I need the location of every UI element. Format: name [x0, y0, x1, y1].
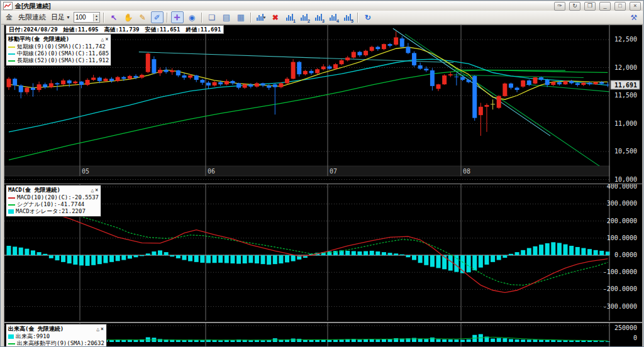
- legend-swatch: [8, 204, 15, 206]
- svg-text:300.0000: 300.0000: [607, 200, 637, 207]
- legend-item: 出来高:9910: [8, 333, 104, 340]
- pan-hand-button[interactable]: ✋: [122, 11, 135, 23]
- navigate-button[interactable]: ◉: [186, 11, 198, 23]
- legend-item: シグナル(10):-41.7744: [8, 201, 99, 208]
- legend-item: MACDオシレータ:21.2207: [8, 208, 99, 215]
- legend-minimize-icon[interactable]: △: [96, 326, 100, 332]
- grid-dense-icon: ▦: [237, 13, 245, 22]
- settings-wrench-button[interactable]: ⚒: [628, 11, 640, 23]
- svg-text:-100.0000: -100.0000: [603, 268, 637, 275]
- chevron-down-icon: ▾: [264, 15, 266, 20]
- contract-label: 先限連続: [16, 13, 48, 22]
- svg-text:06: 06: [208, 168, 215, 175]
- legend-swatch: [8, 60, 15, 62]
- window-title: 金[先限連続]: [15, 2, 51, 11]
- grid-icon: ▤: [223, 13, 230, 22]
- indicator-slot-4-button[interactable]: 4: [327, 11, 340, 23]
- volume-legend-title: 出来高(金 先限連続): [8, 325, 96, 333]
- legend-label: シグナル(10):-41.7744: [17, 201, 84, 208]
- legend-swatch: [8, 47, 15, 48]
- toolbar-separator: [103, 13, 104, 23]
- legend-label: 出来高移動平均(9)(SMA):20632: [17, 340, 104, 347]
- info-date: 日付:2024/08/29: [9, 26, 58, 34]
- indicator-slot-5-button[interactable]: 5: [341, 11, 354, 23]
- svg-text:08: 08: [463, 168, 470, 175]
- legend-label: 長期線(52)(0)(SMA)(C):11,912: [17, 57, 109, 64]
- info-close: 終値:11,691: [186, 26, 221, 34]
- bar-chart-icon: [301, 14, 308, 21]
- refresh-data-button[interactable]: ↻: [362, 11, 374, 23]
- legend-close-icon[interactable]: ×: [94, 187, 99, 193]
- legend-swatch: [8, 197, 15, 199]
- pencil-draw-button[interactable]: ✎: [136, 11, 149, 23]
- bar-chart-icon: [344, 14, 351, 21]
- legend-item: 長期線(52)(0)(SMA)(C):11,912: [8, 57, 109, 64]
- grid-lines-button[interactable]: ▤: [220, 11, 233, 23]
- legend-minimize-icon[interactable]: △: [90, 187, 94, 193]
- app-icon: [3, 2, 13, 10]
- remove-indicator-button[interactable]: ✖: [269, 11, 282, 23]
- new-window-icon: ❏: [209, 13, 216, 22]
- wrench-icon: ⚒: [631, 13, 638, 22]
- bar-chart-icon: [257, 14, 264, 21]
- svg-text:0.0000: 0.0000: [614, 251, 637, 258]
- legend-close-icon[interactable]: ×: [100, 326, 104, 332]
- svg-text:400.0000: 400.0000: [607, 184, 637, 190]
- macd-legend-title: MACD(金 先限連続): [8, 186, 90, 194]
- ma-legend-title: 移動平均(金 先限連続): [8, 35, 101, 43]
- indicator-slot-3-button[interactable]: 3: [313, 11, 325, 23]
- delete-x-icon: ✖: [272, 13, 279, 22]
- line-draw-button[interactable]: ✐: [151, 11, 164, 23]
- circle-icon: ◉: [189, 13, 195, 22]
- bar-chart-icon: [286, 14, 293, 21]
- line-draw-icon: ✐: [154, 13, 160, 22]
- bar-count-value: 100: [74, 14, 93, 21]
- select-cursor-button[interactable]: ↖: [108, 11, 120, 23]
- legend-swatch: [8, 343, 15, 344]
- legend-close-icon[interactable]: ×: [104, 36, 109, 42]
- chevron-down-icon: ▼: [66, 15, 70, 19]
- legend-label: 短期線(9)(0)(SMA)(C):11,742: [17, 43, 106, 50]
- duplicate-window-button[interactable]: ❐: [584, 2, 596, 11]
- svg-text:05: 05: [82, 168, 89, 175]
- crosshair-button[interactable]: ✛: [171, 11, 184, 23]
- svg-text:-200.0000: -200.0000: [603, 285, 637, 292]
- titlebar[interactable]: 金[先限連続] ✑ ↻ ❐ _ □ ×: [1, 1, 643, 11]
- cursor-icon: ↖: [111, 13, 117, 22]
- grid-dense-button[interactable]: ▦: [235, 11, 247, 23]
- legend-swatch: [8, 334, 14, 339]
- reload-button[interactable]: ↻: [569, 2, 580, 11]
- toolbar-separator: [357, 13, 358, 23]
- hand-icon: ✋: [123, 13, 133, 22]
- info-open: 始値:11,695: [64, 26, 99, 34]
- indicator-menu-button[interactable]: ▾: [255, 11, 267, 23]
- pin-button[interactable]: ✑: [554, 2, 565, 11]
- svg-text:0: 0: [633, 334, 637, 341]
- legend-minimize-icon[interactable]: △: [101, 36, 105, 42]
- bar-count-spinner[interactable]: 100 ▲ ▼: [74, 12, 100, 23]
- indicator-slot-1-button[interactable]: 1: [284, 11, 296, 23]
- indicator-slot-2-button[interactable]: 2: [298, 11, 311, 23]
- volume-legend-box[interactable]: 出来高(金 先限連続) △ × 出来高:9910出来高移動平均(9)(SMA):…: [6, 324, 107, 347]
- svg-text:10,500: 10,500: [614, 148, 637, 155]
- timeframe-dropdown[interactable]: 日足 ▼: [50, 13, 72, 22]
- legend-swatch: [8, 209, 14, 214]
- bar-chart-icon: [330, 14, 336, 21]
- info-high: 高値:11,739: [104, 26, 140, 34]
- legend-label: 中期線(26)(0)(SMA)(C):11,685: [17, 50, 109, 57]
- svg-text:12,500: 12,500: [614, 36, 637, 43]
- toolbar-separator: [167, 13, 168, 23]
- info-low: 安値:11,651: [145, 26, 180, 34]
- macd-legend-box[interactable]: MACD(金 先限連続) △ × MACD(10)(20)(C):-20.553…: [6, 185, 101, 217]
- ma-legend-box[interactable]: 移動平均(金 先限連続) △ × 短期線(9)(0)(SMA)(C):11,74…: [6, 34, 111, 66]
- new-chart-button[interactable]: ❏: [206, 11, 218, 23]
- legend-swatch: [8, 53, 15, 55]
- toolbar: 金 先限連続 日足 ▼ 100 ▲ ▼ ↖ ✋ ✎ ✐ ✛ ◉ ❏ ▤ ▦ ▾ …: [1, 11, 643, 25]
- maximize-button[interactable]: □: [614, 2, 626, 11]
- svg-text:-300.0000: -300.0000: [603, 303, 637, 310]
- svg-text:11,500: 11,500: [614, 92, 637, 99]
- spin-down-icon[interactable]: ▼: [94, 18, 99, 21]
- minimize-button[interactable]: _: [599, 2, 611, 11]
- close-button[interactable]: ×: [630, 2, 641, 11]
- toolbar-separator: [201, 13, 203, 23]
